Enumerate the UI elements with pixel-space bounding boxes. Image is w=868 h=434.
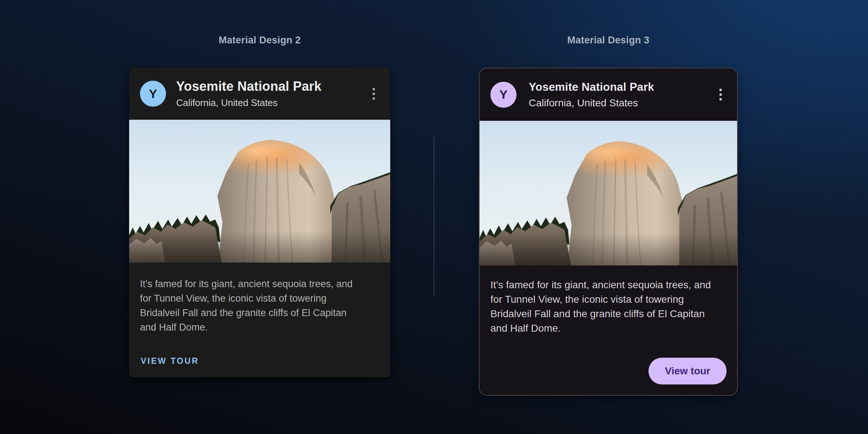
card-header: Y Yosemite National Park California, Uni… (129, 68, 390, 120)
kebab-dot (373, 97, 375, 100)
description-line: It’s famed for its giant, ancient sequoi… (490, 278, 726, 292)
view-tour-button[interactable]: VIEW TOUR (140, 354, 200, 368)
description-line: for Tunnel View, the iconic vista of tow… (140, 291, 379, 306)
card-header: Y Yosemite National Park California, Uni… (480, 68, 737, 121)
card-material-design-3: Y Yosemite National Park California, Uni… (479, 68, 738, 396)
view-tour-button[interactable]: View tour (648, 358, 727, 384)
card-material-design-2: Y Yosemite National Park California, Uni… (129, 68, 390, 377)
kebab-dot (719, 89, 722, 91)
description-line: and Half Dome. (490, 321, 726, 336)
avatar: Y (490, 82, 516, 108)
card-header-text: Yosemite National Park California, Unite… (176, 79, 322, 109)
description-line: for Tunnel View, the iconic vista of tow… (490, 292, 726, 307)
card-header-text: Yosemite National Park California, Unite… (529, 81, 654, 109)
section-heading-md2: Material Design 2 (129, 35, 390, 46)
kebab-dot (373, 88, 375, 90)
avatar: Y (140, 81, 166, 107)
card-actions: VIEW TOUR (129, 335, 390, 368)
description-line: Bridalveil Fall and the granite cliffs o… (140, 306, 379, 320)
card-subtitle: California, United States (176, 97, 322, 109)
vertical-divider (434, 137, 434, 296)
card-title: Yosemite National Park (529, 81, 654, 94)
half-dome-image (129, 120, 390, 263)
description-line: Bridalveil Fall and the granite cliffs o… (490, 307, 726, 321)
card-description: It’s famed for its giant, ancient sequoi… (480, 265, 737, 336)
card-title: Yosemite National Park (176, 79, 322, 94)
kebab-dot (373, 93, 375, 95)
card-subtitle: California, United States (529, 97, 654, 109)
kebab-dot (719, 98, 722, 101)
section-heading-md3: Material Design 3 (479, 35, 738, 46)
kebab-menu-icon[interactable] (368, 84, 379, 103)
kebab-menu-icon[interactable] (715, 85, 726, 104)
half-dome-image (480, 121, 737, 265)
page-background: Material Design 2 Material Design 3 Y Yo… (0, 0, 868, 434)
card-description: It’s famed for its giant, ancient sequoi… (129, 263, 390, 335)
description-line: and Half Dome. (140, 320, 379, 335)
description-line: It’s famed for its giant, ancient sequoi… (140, 277, 379, 291)
kebab-dot (719, 93, 722, 96)
